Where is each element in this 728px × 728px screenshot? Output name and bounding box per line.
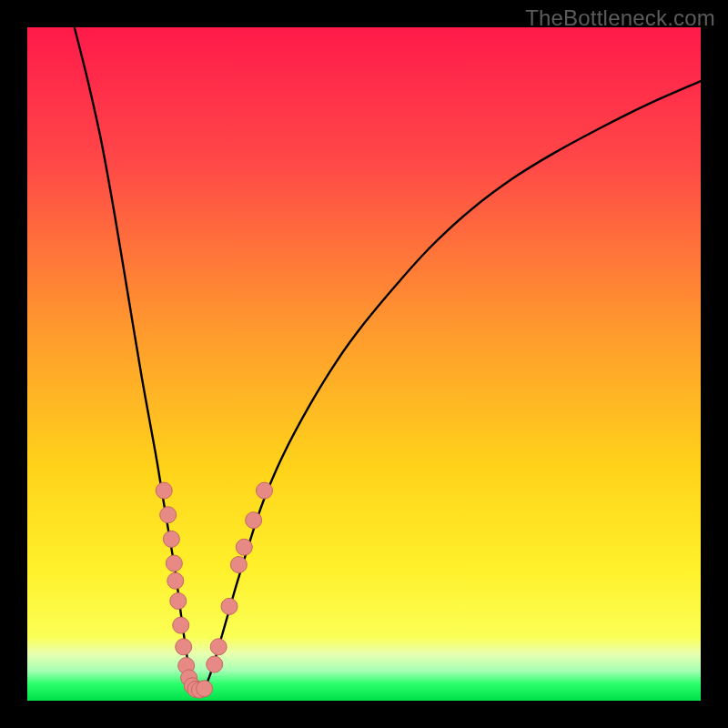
data-point [207,656,223,672]
data-point [210,639,227,655]
data-point [176,639,192,655]
data-point [221,598,238,614]
bottleneck-curve-chart [0,0,728,728]
data-point [166,555,182,571]
watermark-text: TheBottleneck.com [525,5,715,31]
data-point [170,592,187,609]
data-point [246,512,262,529]
data-point [197,681,213,697]
data-point [163,531,179,547]
data-point [173,617,189,633]
data-point [236,539,252,555]
data-point [160,507,177,523]
data-point [230,557,247,573]
data-point [167,572,184,589]
chart-frame: TheBottleneck.com [0,0,728,728]
data-point [156,482,172,499]
data-point [256,482,272,499]
